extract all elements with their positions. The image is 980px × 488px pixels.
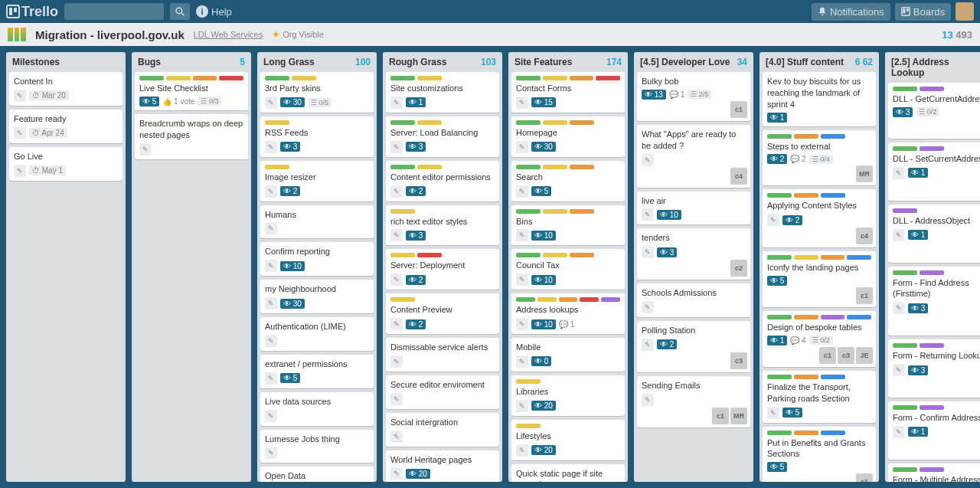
card[interactable]: Confirm reporting✎👁 10 [260, 242, 374, 276]
member-avatar[interactable]: c3 [730, 352, 747, 369]
card[interactable]: RSS Feeds✎👁 3 [260, 116, 374, 157]
card[interactable]: Iconfy the landing pages👁 5c1 [763, 251, 876, 307]
card[interactable]: Council Tax✎👁 10 [511, 249, 625, 290]
card-badges: ✎👁 3 [893, 364, 980, 376]
pencil-icon: ✎ [893, 426, 905, 438]
card[interactable]: 3rd Party skins✎👁 30☰ 0/5 [260, 72, 374, 113]
card[interactable]: Mobile✎👁 0 [511, 338, 625, 372]
card[interactable]: live air✎👁 10 [637, 192, 750, 225]
card[interactable]: Quick static page if site goes down✎👁 1 [511, 464, 625, 482]
member-avatar[interactable]: JE [856, 347, 873, 364]
card[interactable]: Authentication (LIME)✎ [260, 317, 374, 351]
points-badge: 👁 20 [406, 469, 430, 479]
card[interactable]: extranet / permissions✎👁 5 [260, 355, 374, 388]
card[interactable]: Dismissable service alerts✎ [386, 338, 499, 372]
checklist-badge: ☰ 0/5 [308, 98, 332, 107]
member-avatar[interactable]: c4 [856, 228, 873, 244]
card[interactable]: Form - Returning Lookup✎👁 3c3 [888, 339, 980, 398]
card[interactable]: Applying Content Styles✎👁 2c4 [763, 189, 876, 247]
boards-button[interactable]: Boards [895, 3, 951, 21]
card[interactable]: Content Preview✎👁 2 [386, 293, 499, 334]
card[interactable]: Live data sources✎ [260, 392, 374, 426]
member-avatar[interactable]: c3 [838, 347, 854, 364]
member-avatar[interactable]: MR [730, 408, 747, 424]
card-labels [516, 379, 620, 384]
card[interactable]: Finalize the Transport, Parking roads Se… [763, 371, 876, 423]
list: [2.5] Address Lookup7 15DLL - GetCurrent… [885, 52, 980, 482]
card[interactable]: Feature ready✎⏱ Apr 24 [9, 110, 122, 143]
card[interactable]: Form - Find Address (Firsttime)✎👁 3c3 [888, 267, 980, 336]
card[interactable]: Open Data✎ [260, 467, 374, 482]
card[interactable]: Schools Admissions✎ [637, 283, 750, 317]
card[interactable]: Social intergration✎ [386, 413, 499, 447]
card[interactable]: DLL - SetCurrentAddress✎👁 1c3 [888, 142, 980, 201]
card[interactable]: Address lookups✎👁 10💬 1 [511, 293, 625, 334]
card[interactable]: rich text editor styles✎👁 3 [386, 205, 499, 246]
trello-logo[interactable]: Trello [6, 4, 58, 20]
card[interactable]: Live Site Checklist👁 5👍 1 vote☰ 0/3 [135, 72, 248, 110]
search-button[interactable] [170, 3, 190, 20]
list-header[interactable]: Bugs5 [132, 52, 251, 72]
card[interactable]: Homepage✎👁 30 [511, 116, 625, 157]
card[interactable]: Contact Forms✎👁 15 [511, 72, 625, 113]
card[interactable]: Secure editor enviroment✎ [386, 375, 499, 409]
list-header[interactable]: [4.0] Stuff content6 62 [760, 52, 879, 72]
member-avatar[interactable]: c2 [730, 260, 747, 277]
points-badge: 👁 2 [657, 339, 677, 349]
notifications-button[interactable]: Notifications [812, 3, 890, 21]
member-avatar[interactable]: c1 [856, 287, 873, 304]
card[interactable]: Server: Load Balancing✎👁 3 [386, 116, 499, 157]
card[interactable]: Breadcrumb wraps on deep nested pages✎ [135, 114, 248, 159]
card[interactable]: Kev to buy biscuits for us reaching the … [763, 72, 876, 126]
card[interactable]: Bulky bob👁 13💬 1☰ 2/5c1 [637, 72, 750, 121]
card[interactable]: Image resizer✎👁 2 [260, 161, 374, 201]
pencil-icon: ✎ [265, 97, 277, 109]
member-avatar[interactable]: c1 [856, 473, 873, 482]
member-avatar[interactable]: c4 [730, 168, 747, 185]
board-canvas[interactable]: MilestonesContent In✎⏱ Mar 20Feature rea… [0, 46, 980, 488]
card[interactable]: Lifestyles✎👁 20 [511, 420, 625, 460]
card[interactable]: Form - Confirm Address✎👁 1c3 [888, 401, 980, 460]
card[interactable]: What "Apps" are ready to be added ?✎c4 [637, 125, 750, 188]
list-header[interactable]: Site Features174 [508, 52, 628, 72]
search-input[interactable] [64, 3, 164, 20]
card[interactable]: Form - Multiple Address✎👁 3c3 [888, 463, 980, 482]
member-avatar[interactable]: c1 [712, 408, 729, 424]
card[interactable]: Content In✎⏱ Mar 20 [9, 72, 122, 106]
card-badges: ✎👁 10 [642, 208, 746, 221]
member-avatar[interactable]: c1 [730, 101, 747, 118]
member-avatar[interactable]: MR [856, 165, 873, 182]
card[interactable]: DLL - AddressObject✎👁 1c3 [888, 205, 980, 263]
board-title[interactable]: Migration - liverpool.gov.uk [35, 28, 185, 41]
list-header[interactable]: Long Grass100 [257, 52, 377, 72]
list-header[interactable]: [2.5] Address Lookup7 15 [885, 52, 980, 83]
card[interactable]: Sending Emails✎c1MR [637, 376, 750, 427]
card[interactable]: Server: Deployment✎👁 2 [386, 249, 499, 290]
card[interactable]: Steps to external👁 2💬 2☰ 0/4MR [763, 130, 876, 186]
card[interactable]: Design of bespoke tables👁 1💬 4☰ 0/2c1c3J… [763, 311, 876, 367]
card[interactable]: Put in Benefits and Grants Sections👁 5c1 [763, 427, 876, 482]
visibility-button[interactable]: ★ Org Visible [272, 29, 324, 40]
card[interactable]: Bins✎👁 10 [511, 205, 625, 246]
help-button[interactable]: i Help [196, 5, 232, 18]
card[interactable]: DLL - GetCurrentAddress👁 3☰ 0/2c3 [888, 83, 980, 139]
card[interactable]: World Heritage pages✎👁 20 [386, 450, 499, 482]
card[interactable]: Humans✎ [260, 205, 374, 239]
org-link[interactable]: LDL Web Services [194, 30, 263, 39]
list-header[interactable]: Milestones [6, 52, 126, 72]
card[interactable]: my Neighbourhood✎👁 30 [260, 280, 374, 313]
card[interactable]: Content editor permissions✎👁 2 [386, 161, 499, 201]
card[interactable]: Search✎👁 5 [511, 161, 625, 201]
card[interactable]: Go Live✎⏱ May 1 [9, 147, 122, 181]
card[interactable]: Site customizations✎👁 1 [386, 72, 499, 113]
card[interactable]: tenders✎👁 3c2 [637, 228, 750, 280]
card-badges: 👁 3☰ 0/2 [893, 107, 980, 117]
card[interactable]: Polling Station✎👁 2c3 [637, 321, 750, 372]
card-labels [390, 120, 495, 125]
card[interactable]: Libraries✎👁 20 [511, 375, 625, 416]
list-header[interactable]: [4.5] Developer Love34 [634, 52, 753, 72]
card[interactable]: Lumesse Jobs thing✎ [260, 430, 374, 463]
member-avatar[interactable]: c1 [819, 347, 836, 364]
user-avatar[interactable] [956, 2, 974, 21]
list-header[interactable]: Rough Grass103 [383, 52, 502, 72]
